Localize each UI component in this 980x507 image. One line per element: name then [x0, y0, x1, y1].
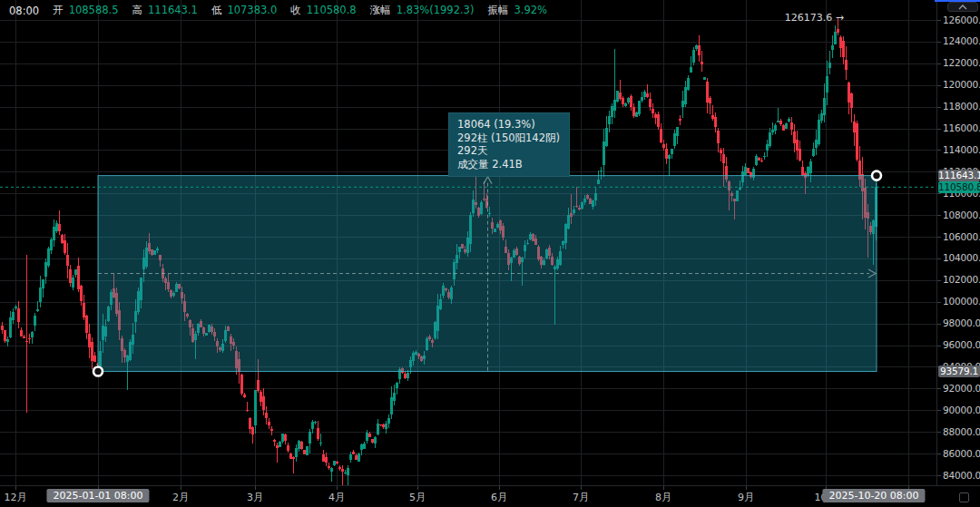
time-axis-tick [181, 486, 181, 490]
axis-corner-icon[interactable] [959, 492, 969, 502]
price-axis-tick [937, 193, 941, 194]
time-axis-tick [581, 486, 582, 490]
ohlc-field-value: 110580.8 [307, 4, 357, 17]
price-axis-label: 100000.0 [943, 296, 980, 307]
measure-change: 18064 (19.3%) [457, 118, 560, 132]
price-axis-label: 114000.0 [943, 144, 980, 155]
price-axis-label: 108000.0 [943, 210, 980, 220]
time-axis-tick [337, 486, 338, 490]
price-axis-tick [937, 237, 941, 238]
time-axis-label: 12月 [5, 491, 27, 504]
price-axis-tick [937, 63, 941, 64]
price-axis-label: 106000.0 [943, 231, 980, 242]
last-price-badge: 110580.8 [938, 181, 980, 193]
price-axis-tick [937, 42, 941, 43]
price-axis-tick [937, 453, 941, 454]
price-axis-label: 92000.0 [943, 383, 980, 394]
ohlc-field-开: 开108588.5 [53, 4, 118, 17]
measure-bars: 292柱 (150阳142阴) [457, 132, 560, 145]
ohlc-field-label: 振幅 [487, 4, 508, 17]
measure-handle-start[interactable] [93, 367, 103, 376]
ohlc-field-value: 111643.1 [148, 4, 198, 17]
price-range-drawing[interactable] [98, 176, 877, 372]
price-axis-tick [937, 85, 941, 86]
price-axis-tick [937, 475, 941, 476]
price-axis-tick [937, 432, 941, 433]
price-axis-label: 90000.0 [943, 405, 980, 415]
ohlc-bar: 08:00 开108588.5高111643.1低107383.0收110580… [9, 4, 547, 17]
price-axis-tick [937, 150, 941, 151]
time-axis-tick [417, 486, 418, 490]
ohlc-field-收: 收110580.8 [290, 4, 356, 17]
time-axis-tick [499, 486, 500, 490]
time-axis-label: 4月 [328, 491, 345, 504]
price-axis-label: 126000.0 [943, 15, 980, 25]
price-axis-label: 122000.0 [943, 57, 980, 68]
time-axis[interactable]: 12月1月2月3月4月5月6月7月8月9月10月11月2025-01-01 08… [0, 485, 980, 507]
ohlc-field-label: 高 [132, 4, 143, 17]
price-axis-label: 116000.0 [943, 122, 980, 133]
measure-volume: 成交量 2.41B [457, 158, 560, 171]
chevron-up-icon [958, 5, 967, 10]
price-axis-label: 104000.0 [943, 252, 980, 263]
ohlc-field-振幅: 振幅3.92% [487, 4, 547, 17]
price-axis-label: 84000.0 [943, 470, 980, 481]
price-axis-tick [937, 388, 941, 389]
measure-price-badge: 111643.1 [938, 170, 980, 181]
price-axis-label: 98000.0 [943, 317, 980, 328]
price-axis-tick [937, 346, 941, 346]
price-axis-label: 86000.0 [943, 448, 980, 459]
candlestick-chart[interactable] [0, 0, 936, 485]
bar-time: 08:00 [9, 5, 39, 17]
time-axis-label: 7月 [573, 491, 589, 504]
ohlc-field-label: 开 [53, 4, 64, 17]
price-axis-tick [937, 215, 941, 216]
time-axis-label: 5月 [409, 491, 426, 504]
price-axis-label: 88000.0 [943, 426, 980, 437]
ohlc-field-涨幅: 涨幅1.83%(1992.3) [370, 4, 475, 17]
time-axis-tick [15, 486, 16, 490]
measure-price-badge: 93579.1 [938, 366, 980, 377]
time-axis-tick [255, 486, 256, 490]
time-axis-label: 9月 [738, 491, 754, 504]
time-axis-tick [746, 486, 747, 490]
price-axis-label: 124000.0 [943, 35, 980, 46]
price-axis-tick [937, 107, 941, 108]
time-axis-label: 3月 [247, 491, 263, 504]
measure-handle-end[interactable] [872, 171, 881, 180]
measure-start-date-badge: 2025-01-01 08:00 [46, 489, 149, 502]
ohlc-field-value: 107383.0 [227, 4, 277, 17]
price-axis-tick [937, 302, 941, 303]
ohlc-field-高: 高111643.1 [132, 4, 198, 17]
ohlc-field-低: 低107383.0 [211, 4, 277, 17]
time-axis-label: 6月 [491, 491, 507, 504]
ohlc-field-value: 3.92% [514, 4, 547, 17]
chart-window: 08:00 开108588.5高111643.1低107383.0收110580… [0, 0, 980, 507]
high-price-annotation: 126173.6 → [777, 12, 844, 24]
price-axis[interactable]: 126000.0124000.0122000.0120000.0118000.0… [936, 0, 980, 485]
price-axis-label: 102000.0 [943, 274, 980, 285]
price-axis-tick [937, 324, 941, 325]
price-axis-tick [937, 20, 941, 21]
collapse-chevron-tab[interactable] [947, 2, 978, 12]
ohlc-field-value: 108588.5 [69, 4, 119, 17]
ohlc-field-label: 涨幅 [370, 4, 391, 17]
price-axis-label: 120000.0 [943, 79, 980, 90]
measure-days: 292天 [457, 144, 560, 158]
ohlc-field-label: 收 [290, 4, 301, 17]
time-axis-tick [663, 486, 664, 490]
time-axis-label: 2月 [172, 491, 189, 504]
price-axis-label: 118000.0 [943, 101, 980, 112]
price-axis-tick [937, 129, 941, 130]
ohlc-field-value: 1.83%(1992.3) [397, 4, 475, 17]
measure-end-date-badge: 2025-10-20 08:00 [822, 489, 925, 502]
price-axis-tick [937, 410, 941, 411]
time-axis-label: 8月 [655, 491, 671, 504]
price-axis-tick [937, 258, 941, 259]
ohlc-field-label: 低 [211, 4, 222, 17]
price-axis-label: 96000.0 [943, 339, 980, 350]
measure-tooltip: 18064 (19.3%) 292柱 (150阳142阴) 292天 成交量 2… [448, 112, 570, 177]
price-axis-tick [937, 280, 941, 281]
